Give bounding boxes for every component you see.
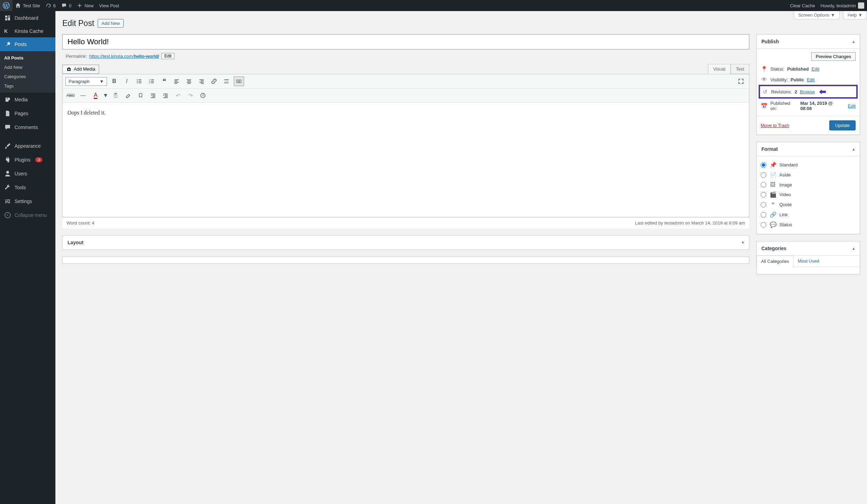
menu-dashboard[interactable]: Dashboard <box>0 11 55 25</box>
format-status-radio[interactable] <box>761 222 766 228</box>
permalink-edit-button[interactable]: Edit <box>161 53 175 59</box>
outdent-button[interactable] <box>148 91 158 100</box>
submenu-add-new[interactable]: Add New <box>0 63 55 72</box>
image-icon: 🖼 <box>770 182 776 188</box>
submenu-all-posts[interactable]: All Posts <box>0 53 55 63</box>
menu-appearance[interactable]: Appearance <box>0 139 55 153</box>
read-more-button[interactable] <box>221 76 232 86</box>
align-center-button[interactable] <box>184 76 194 86</box>
link-button[interactable] <box>209 76 219 86</box>
comments-link[interactable]: 0 <box>59 0 74 11</box>
revisions-browse-link[interactable]: Browse <box>800 89 815 94</box>
italic-button[interactable]: I <box>122 76 132 86</box>
wp-logo[interactable] <box>0 0 12 11</box>
format-heading[interactable]: Format▲ <box>757 142 860 156</box>
text-tab[interactable]: Text <box>731 64 749 74</box>
format-dropdown[interactable]: Paragraph▼ <box>65 77 107 86</box>
visibility-edit-link[interactable]: Edit <box>807 77 814 82</box>
move-to-trash-link[interactable]: Move to Trash <box>761 123 789 128</box>
special-char-button[interactable]: Ω <box>135 91 146 100</box>
shortcuts-help-button[interactable]: ? <box>198 91 208 100</box>
categories-box: Categories▲ All Categories Most Used <box>756 241 860 274</box>
screen-options-button[interactable]: Screen Options ▼ <box>794 11 840 19</box>
clear-cache-link[interactable]: Clear Cache <box>787 0 817 11</box>
menu-pages[interactable]: Pages <box>0 107 55 120</box>
categories-all-tab[interactable]: All Categories <box>757 256 794 267</box>
content-editor[interactable]: Oops I deleted it. <box>63 103 749 217</box>
format-status-label: Status <box>779 222 792 227</box>
svg-rect-32 <box>240 80 241 81</box>
submenu-categories[interactable]: Categories <box>0 72 55 81</box>
numbered-list-button[interactable]: 123 <box>146 76 157 86</box>
bold-button[interactable]: B <box>109 76 119 86</box>
permalink-link[interactable]: https://test.kinsta.com/hello-world/ <box>89 54 159 59</box>
visual-tab[interactable]: Visual <box>708 64 731 74</box>
align-right-button[interactable] <box>196 76 207 86</box>
format-aside-label: Aside <box>779 172 791 177</box>
categories-most-used-tab[interactable]: Most Used <box>794 256 823 267</box>
svg-text:?: ? <box>202 94 204 97</box>
menu-kinsta[interactable]: K Kinsta Cache <box>0 25 55 37</box>
submenu-tags[interactable]: Tags <box>0 81 55 91</box>
published-edit-link[interactable]: Edit <box>848 103 856 109</box>
menu-users[interactable]: Users <box>0 167 55 181</box>
svg-text:T: T <box>115 94 116 97</box>
add-new-button[interactable]: Add New <box>98 19 124 28</box>
toggle-icon: ▲ <box>852 147 856 151</box>
align-left-icon <box>173 78 180 84</box>
menu-media[interactable]: Media <box>0 93 55 107</box>
menu-comments[interactable]: Comments <box>0 120 55 134</box>
update-button[interactable]: Update <box>829 120 856 130</box>
preview-button[interactable]: Preview Changes <box>811 52 856 61</box>
blockquote-button[interactable]: ❝ <box>159 76 169 86</box>
format-aside-radio[interactable] <box>761 172 766 178</box>
svg-rect-17 <box>187 80 191 80</box>
toggle-icon: ▲ <box>852 246 856 250</box>
svg-rect-41 <box>163 94 168 94</box>
quote-icon: ❝ <box>770 201 776 208</box>
format-image-radio[interactable] <box>761 182 766 187</box>
menu-plugins[interactable]: Plugins 3 <box>0 153 55 167</box>
updates-link[interactable]: 6 <box>43 0 59 11</box>
text-color-arrow[interactable]: ▼ <box>103 91 108 100</box>
layout-heading[interactable]: Layout▼ <box>63 236 749 249</box>
undo-button[interactable]: ↶ <box>173 91 183 100</box>
menu-tools[interactable]: Tools <box>0 181 55 194</box>
format-link-radio[interactable] <box>761 212 766 218</box>
paste-text-button[interactable]: T <box>110 91 121 100</box>
fullscreen-button[interactable] <box>736 76 746 86</box>
site-name-link[interactable]: Test Site <box>12 0 43 11</box>
redo-button[interactable]: ↷ <box>185 91 196 100</box>
toolbar-toggle-button[interactable] <box>234 76 244 86</box>
svg-rect-44 <box>163 97 168 98</box>
status-edit-link[interactable]: Edit <box>812 66 819 72</box>
revisions-count: 2 <box>795 89 797 94</box>
format-video-radio[interactable] <box>761 192 766 198</box>
add-media-button[interactable]: Add Media <box>62 65 99 74</box>
new-link[interactable]: New <box>74 0 96 11</box>
help-icon: ? <box>200 93 206 98</box>
indent-button[interactable] <box>160 91 171 100</box>
admin-bar: Test Site 6 0 New View Post Clear Cache … <box>0 0 867 11</box>
clear-format-button[interactable] <box>123 91 133 100</box>
categories-heading[interactable]: Categories▲ <box>757 241 860 256</box>
updates-count: 6 <box>53 3 56 8</box>
format-standard-radio[interactable] <box>761 162 766 168</box>
strikethrough-button[interactable]: ABC <box>65 91 76 100</box>
view-post-link[interactable]: View Post <box>96 0 122 11</box>
status-value: Published <box>787 66 808 72</box>
publish-heading[interactable]: Publish▲ <box>757 35 860 49</box>
help-button[interactable]: Help ▼ <box>843 11 867 19</box>
menu-collapse[interactable]: Collapse menu <box>0 208 55 222</box>
plug-icon <box>4 156 11 163</box>
text-color-button[interactable]: A <box>90 91 101 100</box>
menu-posts[interactable]: Posts <box>0 37 55 51</box>
format-quote-radio[interactable] <box>761 202 766 208</box>
howdy-link[interactable]: Howdy, testadmin <box>818 0 867 11</box>
hr-button[interactable]: — <box>78 91 88 100</box>
menu-posts-label: Posts <box>15 42 27 47</box>
bulleted-list-button[interactable] <box>134 76 144 86</box>
menu-settings[interactable]: Settings <box>0 194 55 208</box>
align-left-button[interactable] <box>171 76 182 86</box>
post-title-input[interactable] <box>62 34 749 49</box>
